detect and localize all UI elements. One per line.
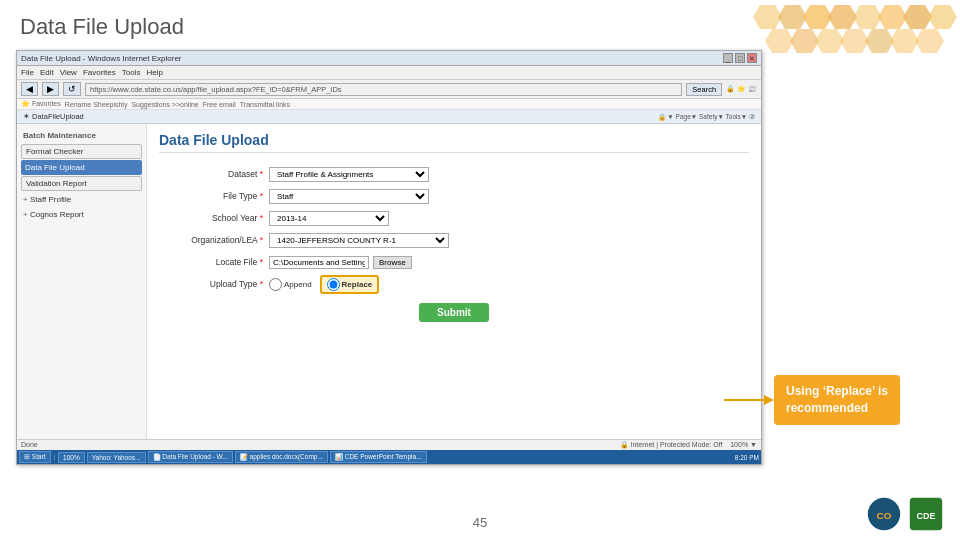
taskbar-item-5[interactable]: 📊 CDE PowerPoint Templa...	[330, 451, 427, 463]
tooltip-arrow-icon	[724, 390, 774, 410]
svg-marker-3	[828, 5, 857, 29]
svg-text:CO: CO	[877, 510, 892, 521]
tooltip-line1: Using ‘Replace’ is	[786, 383, 888, 400]
browser-window: Data File Upload - Windows Internet Expl…	[16, 50, 762, 465]
form-row-schoolyear: School Year * 2013-14	[159, 207, 749, 229]
taskbar-start[interactable]: ⊞ Start	[19, 451, 51, 463]
taskbar-separator: |	[54, 454, 56, 460]
field-orglea: 1420-JEFFERSON COUNTY R-1	[269, 229, 749, 251]
menu-file[interactable]: File	[21, 68, 34, 77]
fav-item-5[interactable]: Transmittal links	[240, 101, 290, 108]
fav-item-4[interactable]: Free email	[203, 101, 236, 108]
browser-titlebar: Data File Upload - Windows Internet Expl…	[17, 51, 761, 66]
taskbar-item-2[interactable]: Yahoo: Yahoos...	[87, 452, 146, 463]
field-schoolyear: 2013-14	[269, 207, 749, 229]
taskbar-item-3[interactable]: 📄 Data File Upload - W...	[148, 451, 233, 463]
svg-marker-4	[853, 5, 882, 29]
sidebar-item-staff-profile[interactable]: Staff Profile	[17, 192, 146, 207]
tooltip-area: Using ‘Replace’ is recommended	[774, 50, 944, 465]
browser-title: Data File Upload - Windows Internet Expl…	[21, 54, 182, 63]
left-nav: Batch Maintenance Format Checker Data Fi…	[17, 124, 147, 439]
tooltip-container: Using ‘Replace’ is recommended	[774, 375, 944, 425]
label-uploadtype: Upload Type *	[159, 273, 269, 295]
orglea-select[interactable]: 1420-JEFFERSON COUNTY R-1	[269, 233, 449, 248]
go-btn[interactable]: Search	[686, 83, 722, 96]
address-input[interactable]	[85, 83, 682, 96]
refresh-btn[interactable]: ↺	[63, 82, 81, 96]
svg-marker-5	[878, 5, 907, 29]
form-row-dataset: Dataset * Staff Profile & Assignments	[159, 163, 749, 185]
submit-row: Submit	[159, 303, 749, 322]
browser-favbar: ⭐ Favorites Rename Sheepishly Suggestion…	[17, 99, 761, 110]
fav-item-1[interactable]: ⭐ Favorites	[21, 100, 61, 108]
radio-append[interactable]: Append	[269, 278, 312, 291]
tooltip-box: Using ‘Replace’ is recommended	[774, 375, 900, 425]
back-btn[interactable]: ◀	[21, 82, 38, 96]
sidebar-item-data-file-upload[interactable]: Data File Upload	[21, 160, 142, 175]
svg-marker-7	[928, 5, 957, 29]
minimize-btn[interactable]: _	[723, 53, 733, 63]
form-row-uploadtype: Upload Type * Append Replace	[159, 273, 749, 295]
form-row-locatefile: Locate File * Browse	[159, 251, 749, 273]
browser-statusbar: Done 🔒 Internet | Protected Mode: Off 10…	[17, 439, 761, 450]
fav-item-2[interactable]: Rename Sheepishly	[65, 101, 128, 108]
taskbar-item-4[interactable]: 📝 applies doc.docx(Comp...	[235, 451, 328, 463]
submit-button[interactable]: Submit	[419, 303, 489, 322]
logos-area: CO CDE	[866, 496, 944, 532]
label-schoolyear: School Year *	[159, 207, 269, 229]
svg-text:CDE: CDE	[916, 511, 935, 521]
field-uploadtype: Append Replace	[269, 273, 749, 295]
browse-button[interactable]: Browse	[373, 256, 412, 269]
browser-menubar: File Edit View Favorites Tools Help	[17, 66, 761, 80]
form-table: Dataset * Staff Profile & Assignments Fi…	[159, 163, 749, 295]
form-row-orglea: Organization/LEA * 1420-JEFFERSON COUNTY…	[159, 229, 749, 251]
svg-marker-1	[778, 5, 807, 29]
browser-infobar: ✶ DataFileUpload 🔒 ▼ Page▼ Safety▼ Tools…	[17, 110, 761, 124]
label-filetype: File Type *	[159, 185, 269, 207]
forward-btn[interactable]: ▶	[42, 82, 59, 96]
browser-info-icons: 🔒 ▼ Page▼ Safety▼ Tools▼ ②	[658, 113, 755, 121]
radio-append-input[interactable]	[269, 278, 282, 291]
radio-replace-input[interactable]	[327, 278, 340, 291]
cde-logo: CDE	[908, 496, 944, 532]
form-row-filetype: File Type * Staff	[159, 185, 749, 207]
svg-marker-16	[764, 395, 774, 405]
form-title: Data File Upload	[159, 132, 749, 153]
status-text: Done	[21, 441, 38, 449]
label-locatefile: Locate File *	[159, 251, 269, 273]
sidebar-item-cognos-report[interactable]: Cognos Report	[17, 207, 146, 222]
fav-item-3[interactable]: Suggestions >>online	[131, 101, 198, 108]
main-form-panel: Data File Upload Dataset * Staff Profile…	[147, 124, 761, 439]
dataset-select[interactable]: Staff Profile & Assignments	[269, 167, 429, 182]
sidebar-item-format-checker[interactable]: Format Checker	[21, 144, 142, 159]
radio-replace[interactable]: Replace	[320, 275, 380, 294]
menu-favorites[interactable]: Favorites	[83, 68, 116, 77]
field-dataset: Staff Profile & Assignments	[269, 163, 749, 185]
browser-addressbar-row: ◀ ▶ ↺ Search 🔒 ⭐ 📰	[17, 80, 761, 99]
page-footer: 45	[473, 515, 487, 530]
browser-body: Batch Maintenance Format Checker Data Fi…	[17, 124, 761, 439]
taskbar-time: 8:20 PM	[735, 454, 759, 461]
schoolyear-select[interactable]: 2013-14	[269, 211, 389, 226]
svg-marker-2	[803, 5, 832, 29]
taskbar-item-1[interactable]: 100%	[58, 452, 85, 463]
locatefile-input[interactable]	[269, 256, 369, 269]
nav-section-title: Batch Maintenance	[17, 128, 146, 143]
menu-view[interactable]: View	[60, 68, 77, 77]
browser-icons: 🔒 ⭐ 📰	[726, 85, 757, 93]
menu-help[interactable]: Help	[146, 68, 162, 77]
browser-taskbar: ⊞ Start | 100% Yahoo: Yahoos... 📄 Data F…	[17, 450, 761, 464]
sidebar-item-validation-report[interactable]: Validation Report	[21, 176, 142, 191]
svg-marker-6	[903, 5, 932, 29]
menu-tools[interactable]: Tools	[122, 68, 141, 77]
field-locatefile: Browse	[269, 251, 749, 273]
filetype-select[interactable]: Staff	[269, 189, 429, 204]
label-dataset: Dataset *	[159, 163, 269, 185]
label-orglea: Organization/LEA *	[159, 229, 269, 251]
colorado-logo: CO	[866, 496, 902, 532]
field-filetype: Staff	[269, 185, 749, 207]
tooltip-line2: recommended	[786, 400, 888, 417]
status-info: 🔒 Internet | Protected Mode: Off 100% ▼	[620, 441, 757, 449]
browser-menu: File Edit View Favorites Tools Help	[21, 68, 163, 77]
menu-edit[interactable]: Edit	[40, 68, 54, 77]
